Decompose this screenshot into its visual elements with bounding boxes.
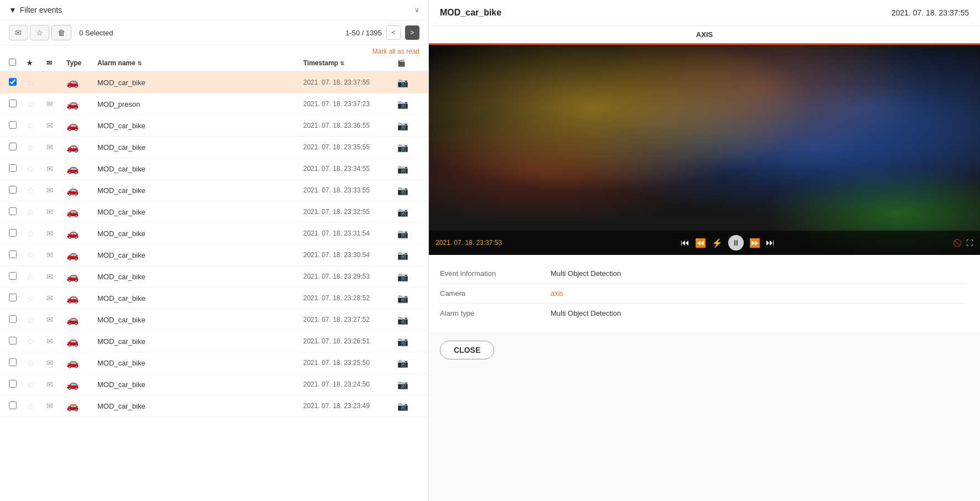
star-icon[interactable]: ☆ — [27, 358, 34, 368]
row-checkbox[interactable] — [9, 251, 17, 258]
star-icon[interactable]: ☆ — [27, 207, 34, 217]
mail-icon[interactable]: ✉ — [46, 121, 53, 130]
mute-button[interactable]: 🚫 — [953, 239, 962, 247]
row-checkbox[interactable] — [9, 143, 17, 150]
mail-icon[interactable]: ✉ — [46, 380, 53, 389]
mark-all-read-link[interactable]: Mark all as read — [372, 48, 419, 55]
row-checkbox[interactable] — [9, 100, 17, 107]
row-checkbox[interactable] — [9, 207, 17, 215]
skip-to-end-button[interactable]: ⏭ — [766, 238, 775, 248]
row-checkbox[interactable] — [9, 358, 17, 366]
row-checkbox-cell[interactable] — [9, 100, 27, 109]
row-checkbox[interactable] — [9, 380, 17, 388]
mail-icon[interactable]: ✉ — [46, 294, 53, 302]
row-checkbox[interactable] — [9, 272, 17, 280]
video-camera-icon[interactable]: 📷 — [397, 100, 408, 109]
video-player[interactable]: 2021. 07. 18. 23:37:53 ⏮ ⏪ ⚡ ⏸ ⏩ ⏭ 🚫 ⛶ — [429, 45, 980, 255]
event-row[interactable]: ☆ ✉ 🚗 MOD_car_bike 2021. 07. 18. 23:31:5… — [0, 223, 428, 244]
video-camera-icon[interactable]: 📷 — [397, 401, 408, 411]
event-row[interactable]: ☆ ✉ 🚗 MOD_car_bike 2021. 07. 18. 23:25:5… — [0, 352, 428, 374]
event-row[interactable]: ☆ 🚗 MOD_car_bike 2021. 07. 18. 23:37:55 … — [0, 72, 428, 93]
event-row[interactable]: ☆ ✉ 🚗 MOD_car_bike 2021. 07. 18. 23:23:4… — [0, 395, 428, 417]
row-checkbox[interactable] — [9, 337, 17, 345]
header-timestamp[interactable]: Timestamp ⇅ — [303, 59, 397, 67]
event-row[interactable]: ☆ ✉ 🚗 MOD_car_bike 2021. 07. 18. 23:32:5… — [0, 201, 428, 223]
video-camera-icon[interactable]: 📷 — [397, 78, 408, 87]
close-button[interactable]: CLOSE — [440, 341, 494, 359]
mail-icon[interactable]: ✉ — [46, 358, 53, 367]
next-page-button[interactable]: > — [405, 25, 419, 40]
star-icon[interactable]: ☆ — [27, 100, 34, 109]
header-checkbox[interactable] — [9, 59, 27, 67]
star-button[interactable]: ☆ — [30, 25, 49, 40]
row-video-cell[interactable]: 📷 — [397, 77, 419, 88]
star-icon[interactable]: ☆ — [27, 272, 34, 281]
mail-icon[interactable]: ✉ — [46, 207, 53, 216]
select-all-checkbox[interactable] — [9, 59, 16, 66]
mail-icon[interactable]: ✉ — [46, 401, 53, 410]
row-checkbox[interactable] — [9, 121, 17, 129]
video-camera-icon[interactable]: 📷 — [397, 229, 408, 238]
star-icon[interactable]: ☆ — [27, 186, 34, 195]
event-row[interactable]: ☆ ✉ 🚗 MOD_car_bike 2021. 07. 18. 23:36:5… — [0, 115, 428, 137]
row-checkbox[interactable] — [9, 186, 17, 194]
star-icon[interactable]: ☆ — [27, 143, 34, 152]
video-camera-icon[interactable]: 📷 — [397, 121, 408, 131]
mail-icon[interactable]: ✉ — [46, 251, 53, 259]
row-checkbox[interactable] — [9, 294, 17, 301]
event-row[interactable]: ☆ ✉ 🚗 MOD_car_bike 2021. 07. 18. 23:24:5… — [0, 374, 428, 395]
mail-icon[interactable]: ✉ — [46, 143, 53, 152]
star-icon[interactable]: ☆ — [27, 78, 34, 87]
skip-to-start-button[interactable]: ⏮ — [681, 238, 689, 248]
mail-icon[interactable]: ✉ — [46, 272, 53, 281]
star-icon[interactable]: ☆ — [27, 251, 34, 260]
camera-field-value[interactable]: axis — [551, 284, 969, 304]
pause-button[interactable]: ⏸ — [728, 235, 744, 251]
email-button[interactable]: ✉ — [9, 25, 28, 40]
event-row[interactable]: ☆ ✉ 🚗 MOD_car_bike 2021. 07. 18. 23:29:5… — [0, 266, 428, 288]
row-checkbox[interactable] — [9, 401, 17, 409]
prev-page-button[interactable]: < — [386, 25, 401, 40]
video-camera-icon[interactable]: 📷 — [397, 186, 408, 195]
video-camera-icon[interactable]: 📷 — [397, 380, 408, 389]
event-row[interactable]: ☆ ✉ 🚗 MOD_car_bike 2021. 07. 18. 23:34:5… — [0, 158, 428, 180]
lightning-button[interactable]: ⚡ — [712, 238, 723, 248]
row-checkbox[interactable] — [9, 164, 17, 172]
filter-chevron-icon[interactable]: ∨ — [414, 6, 419, 14]
filter-bar[interactable]: ▼ Filter events ∨ — [0, 0, 428, 20]
mail-icon[interactable]: ✉ — [46, 315, 53, 324]
event-row[interactable]: ☆ ✉ 🚗 MOD_car_bike 2021. 07. 18. 23:26:5… — [0, 331, 428, 352]
fast-forward-button[interactable]: ⏩ — [749, 238, 760, 248]
row-star-cell[interactable]: ☆ — [27, 77, 46, 88]
event-row[interactable]: ☆ ✉ 🚗 MOD_car_bike 2021. 07. 18. 23:28:5… — [0, 288, 428, 309]
video-camera-icon[interactable]: 📷 — [397, 358, 408, 368]
row-checkbox-cell[interactable] — [9, 78, 27, 87]
video-camera-icon[interactable]: 📷 — [397, 294, 408, 303]
video-camera-icon[interactable]: 📷 — [397, 207, 408, 217]
star-icon[interactable]: ☆ — [27, 315, 34, 325]
video-camera-icon[interactable]: 📷 — [397, 164, 408, 174]
row-checkbox[interactable] — [9, 229, 17, 237]
mail-icon[interactable]: ✉ — [46, 337, 53, 346]
video-camera-icon[interactable]: 📷 — [397, 272, 408, 281]
header-alarm-name[interactable]: Alarm name ⇅ — [97, 59, 303, 67]
row-checkbox[interactable] — [9, 315, 17, 323]
rewind-button[interactable]: ⏪ — [695, 238, 706, 248]
event-row[interactable]: ☆ ✉ 🚗 MOD_car_bike 2021. 07. 18. 23:30:5… — [0, 244, 428, 266]
star-icon[interactable]: ☆ — [27, 337, 34, 346]
mail-icon[interactable]: ✉ — [46, 100, 53, 108]
star-icon[interactable]: ☆ — [27, 121, 34, 131]
row-checkbox[interactable] — [9, 78, 17, 86]
mail-icon[interactable]: ✉ — [46, 229, 53, 238]
video-camera-icon[interactable]: 📷 — [397, 143, 408, 152]
video-camera-icon[interactable]: 📷 — [397, 337, 408, 346]
fullscreen-button[interactable]: ⛶ — [966, 239, 973, 247]
event-row[interactable]: ☆ ✉ 🚗 MOD_car_bike 2021. 07. 18. 23:35:5… — [0, 137, 428, 158]
mail-icon[interactable]: ✉ — [46, 186, 53, 195]
star-icon[interactable]: ☆ — [27, 380, 34, 389]
video-camera-icon[interactable]: 📷 — [397, 315, 408, 325]
video-camera-icon[interactable]: 📷 — [397, 251, 408, 260]
star-icon[interactable]: ☆ — [27, 164, 34, 174]
trash-button[interactable]: 🗑 — [51, 25, 71, 40]
star-icon[interactable]: ☆ — [27, 294, 34, 303]
